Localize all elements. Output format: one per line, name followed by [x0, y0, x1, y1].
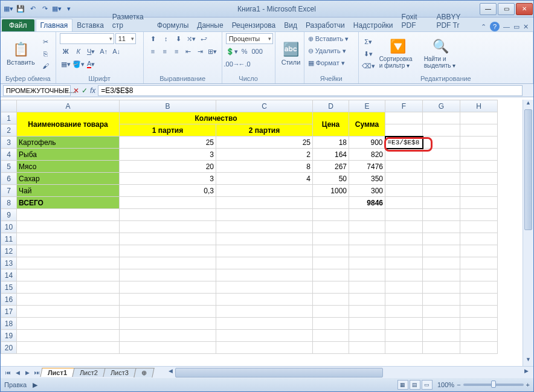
- cell[interactable]: [17, 306, 120, 318]
- cell[interactable]: [460, 330, 498, 342]
- cell[interactable]: [349, 245, 385, 257]
- cell[interactable]: [17, 342, 120, 354]
- cell[interactable]: [216, 209, 313, 221]
- cell[interactable]: [460, 137, 498, 149]
- cell[interactable]: [216, 185, 313, 197]
- border-icon[interactable]: ▦▾: [60, 59, 72, 69]
- undo-icon[interactable]: ↶: [27, 4, 38, 14]
- cell[interactable]: Чай: [17, 185, 120, 197]
- copy-icon[interactable]: ⎘: [40, 48, 52, 59]
- grid-scroll[interactable]: ABCDEFGH 1Наименование товараКоличествоЦ…: [1, 100, 523, 366]
- cell[interactable]: [349, 294, 385, 306]
- font-name-combo[interactable]: [60, 33, 114, 44]
- row-header[interactable]: 15: [1, 281, 17, 294]
- zoom-out-icon[interactable]: −: [457, 381, 460, 388]
- cell[interactable]: [385, 233, 423, 245]
- sheet-tab-1[interactable]: Лист1: [40, 368, 74, 377]
- cell[interactable]: [385, 112, 423, 124]
- cell[interactable]: [120, 221, 216, 233]
- name-box[interactable]: ПРОМЕЖУТОЧНЫЕ....: [3, 85, 71, 96]
- col-header[interactable]: H: [460, 100, 498, 112]
- row-header[interactable]: 6: [1, 173, 17, 185]
- cell[interactable]: [313, 306, 349, 318]
- col-header[interactable]: F: [385, 100, 423, 112]
- dec-decimal-icon[interactable]: ←.0: [239, 59, 251, 69]
- fx-icon[interactable]: fx: [90, 86, 95, 95]
- tab-data[interactable]: Данные: [193, 19, 227, 31]
- cell[interactable]: 1 партия: [120, 124, 216, 137]
- cell[interactable]: [120, 269, 216, 281]
- col-header[interactable]: C: [216, 100, 313, 112]
- cell[interactable]: 25: [216, 137, 313, 149]
- sheet-nav-first[interactable]: ⏮: [3, 370, 13, 376]
- cell[interactable]: 350: [349, 173, 385, 185]
- cell[interactable]: [17, 318, 120, 330]
- cell[interactable]: [385, 245, 423, 257]
- format-painter-icon[interactable]: 🖌: [40, 60, 52, 71]
- cell[interactable]: [216, 294, 313, 306]
- cell[interactable]: [423, 233, 460, 245]
- cell[interactable]: [120, 318, 216, 330]
- redo-icon[interactable]: ↷: [39, 4, 50, 14]
- row-header[interactable]: 11: [1, 233, 17, 245]
- cell[interactable]: [349, 269, 385, 281]
- cell[interactable]: Сахар: [17, 173, 120, 185]
- cell[interactable]: [349, 257, 385, 269]
- cell[interactable]: [313, 209, 349, 221]
- macro-record-icon[interactable]: ▶: [33, 381, 37, 389]
- format-cells-button[interactable]: ▦ Формат ▾: [308, 57, 355, 68]
- row-header[interactable]: 19: [1, 330, 17, 342]
- tab-abbyy[interactable]: ABBYY PDF Tr: [432, 11, 481, 31]
- cell[interactable]: [216, 245, 313, 257]
- cell[interactable]: 50: [313, 173, 349, 185]
- cell[interactable]: 8: [216, 161, 313, 173]
- cell[interactable]: Мясо: [17, 161, 120, 173]
- cell[interactable]: [423, 124, 460, 137]
- view-page-break-icon[interactable]: ▭: [422, 380, 433, 390]
- cell[interactable]: [216, 197, 313, 209]
- qat-dropdown-icon[interactable]: ▾: [63, 4, 74, 14]
- cell[interactable]: Сумма: [349, 112, 385, 137]
- currency-icon[interactable]: 💲▾: [226, 46, 238, 57]
- cell[interactable]: [385, 149, 423, 161]
- wrap-text-icon[interactable]: ⮐: [198, 33, 210, 44]
- cell[interactable]: [460, 342, 498, 354]
- cell[interactable]: [17, 245, 120, 257]
- cell[interactable]: [423, 209, 460, 221]
- cell[interactable]: [423, 318, 460, 330]
- align-right-icon[interactable]: ≡: [171, 46, 182, 57]
- find-select-button[interactable]: 🔍 Найти и выделить ▾: [422, 37, 460, 70]
- cell[interactable]: [460, 269, 498, 281]
- orientation-icon[interactable]: ⤭▾: [185, 33, 198, 44]
- tab-formulas[interactable]: Формулы: [153, 19, 193, 31]
- vscroll-thumb[interactable]: [524, 109, 532, 230]
- tab-view[interactable]: Вид: [280, 19, 301, 31]
- cell[interactable]: Картофель: [17, 137, 120, 149]
- cell[interactable]: [385, 124, 423, 137]
- cell[interactable]: [423, 161, 460, 173]
- cell[interactable]: [460, 294, 498, 306]
- new-sheet-tab[interactable]: ⊕: [134, 368, 154, 378]
- percent-icon[interactable]: %: [239, 46, 251, 57]
- cell[interactable]: 1000: [313, 185, 349, 197]
- hscroll-thumb[interactable]: [175, 368, 383, 378]
- excel-icon[interactable]: ▦▾: [3, 4, 14, 14]
- cell[interactable]: [349, 281, 385, 294]
- cell[interactable]: [216, 281, 313, 294]
- cell[interactable]: 0,3: [120, 185, 216, 197]
- cell[interactable]: [349, 306, 385, 318]
- cell[interactable]: [423, 342, 460, 354]
- autosum-icon[interactable]: Σ▾: [362, 36, 375, 47]
- cell[interactable]: [120, 233, 216, 245]
- cell[interactable]: [17, 221, 120, 233]
- cell[interactable]: [313, 294, 349, 306]
- cell[interactable]: [349, 342, 385, 354]
- cell[interactable]: Цена: [313, 112, 349, 137]
- cell[interactable]: [313, 233, 349, 245]
- sort-filter-button[interactable]: 🔽 Сортировка и фильтр ▾: [377, 37, 419, 70]
- cell[interactable]: [120, 342, 216, 354]
- cell[interactable]: 2: [216, 149, 313, 161]
- doc-minimize-icon[interactable]: —: [503, 23, 510, 30]
- scroll-right-icon[interactable]: ▶: [521, 368, 531, 378]
- zoom-level[interactable]: 100%: [437, 381, 454, 388]
